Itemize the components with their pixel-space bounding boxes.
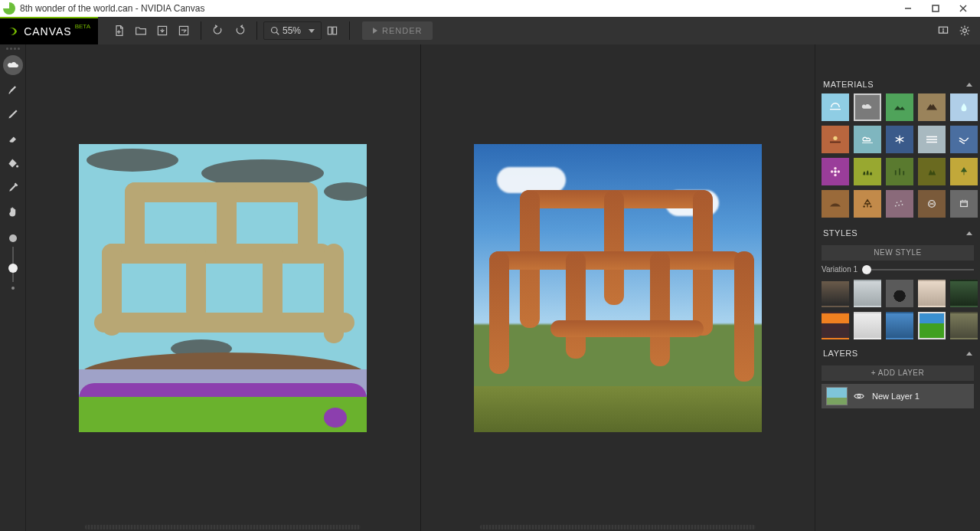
svg-point-27	[900, 201, 902, 202]
river-icon	[957, 134, 971, 145]
window-title: 8th wonder of the world.can - NVIDIA Can…	[20, 3, 894, 14]
cloud-tool-button[interactable]	[3, 55, 23, 75]
fill-tool-button[interactable]	[3, 153, 23, 173]
save-file-button[interactable]	[152, 17, 173, 44]
sky-icon	[828, 102, 842, 113]
svg-point-9	[272, 28, 278, 34]
flower-icon	[828, 166, 842, 177]
material-hill[interactable]	[886, 93, 913, 121]
window-minimize-button[interactable]	[894, 0, 922, 17]
horizontal-scrollbar[interactable]	[85, 525, 361, 529]
zoom-value: 55%	[283, 25, 301, 36]
split-view-button[interactable]	[322, 17, 343, 44]
style-thumb-st3[interactable]	[886, 280, 913, 307]
undo-button[interactable]	[207, 17, 229, 44]
water-icon	[957, 102, 971, 113]
layer-row[interactable]: New Layer 1	[822, 384, 974, 408]
slider-handle[interactable]	[862, 265, 871, 274]
zoom-control[interactable]: 55%	[263, 21, 322, 40]
snow-icon	[893, 134, 906, 145]
brand-box: CANVAS BETA	[0, 17, 98, 44]
settings-button[interactable]	[954, 17, 975, 44]
render-button[interactable]: RENDER	[362, 21, 433, 40]
moss-icon	[925, 166, 939, 177]
material-grass[interactable]	[854, 158, 881, 185]
mountain-icon	[925, 102, 939, 113]
render-pane[interactable]	[421, 44, 815, 531]
material-rock[interactable]	[918, 190, 946, 218]
chevron-up-icon[interactable]	[966, 231, 972, 235]
pan-tool-button[interactable]	[3, 202, 23, 222]
styles-title: STYLES	[823, 228, 858, 238]
app-favicon	[3, 2, 15, 15]
material-sky[interactable]	[822, 93, 849, 121]
material-bush[interactable]	[886, 158, 913, 185]
material-mountain[interactable]	[918, 93, 946, 121]
brush-tool-button[interactable]	[3, 80, 23, 100]
tool-column	[0, 44, 26, 531]
variation-slider[interactable]	[864, 269, 974, 270]
style-thumb-st5[interactable]	[950, 280, 978, 307]
horizontal-scrollbar[interactable]	[480, 525, 756, 529]
style-thumb-st2[interactable]	[854, 280, 881, 307]
material-dirt[interactable]	[822, 190, 849, 218]
material-gravel[interactable]	[886, 190, 913, 218]
svg-point-29	[902, 204, 903, 205]
style-thumb-st9[interactable]	[918, 312, 946, 339]
style-thumb-st7[interactable]	[854, 312, 881, 339]
material-moss[interactable]	[918, 158, 946, 185]
style-thumb-st1[interactable]	[822, 280, 849, 307]
new-file-button[interactable]	[109, 17, 130, 44]
chevron-up-icon[interactable]	[966, 83, 972, 87]
material-cloud[interactable]	[854, 93, 881, 121]
slider-handle[interactable]	[8, 264, 18, 273]
feedback-button[interactable]	[933, 17, 954, 44]
svg-point-30	[895, 205, 897, 207]
style-thumb-st10[interactable]	[950, 312, 978, 339]
cloud-icon	[861, 102, 874, 113]
chevron-up-icon[interactable]	[966, 352, 972, 356]
style-thumb-st4[interactable]	[918, 280, 946, 307]
svg-point-22	[831, 170, 834, 173]
layers-section: LAYERS + ADD LAYER New Layer 1	[815, 344, 980, 408]
svg-point-28	[898, 205, 900, 206]
visibility-toggle[interactable]	[854, 391, 864, 402]
rendered-canvas	[474, 144, 762, 432]
eyedropper-tool-button[interactable]	[3, 178, 23, 198]
layer-thumbnail	[826, 387, 848, 405]
material-sea[interactable]	[854, 126, 881, 153]
brush-size-slider[interactable]	[9, 234, 17, 290]
new-style-button[interactable]: NEW STYLE	[822, 245, 974, 261]
style-thumb-st6[interactable]	[822, 312, 849, 339]
eraser-tool-button[interactable]	[3, 129, 23, 149]
export-button[interactable]	[173, 17, 194, 44]
material-stone[interactable]	[950, 190, 978, 218]
svg-point-25	[870, 205, 872, 208]
material-haze[interactable]	[918, 126, 946, 153]
sea-icon	[861, 134, 874, 145]
size-small-icon	[11, 287, 15, 290]
material-sand[interactable]	[854, 190, 881, 218]
material-river[interactable]	[950, 126, 978, 153]
segmentation-pane[interactable]	[26, 44, 420, 531]
segmentation-canvas[interactable]	[79, 144, 367, 432]
svg-point-17	[16, 165, 18, 167]
redo-button[interactable]	[229, 17, 250, 44]
material-flower[interactable]	[822, 158, 849, 185]
material-fog[interactable]	[822, 126, 849, 153]
window-close-button[interactable]	[949, 0, 977, 17]
tree-icon	[957, 166, 971, 177]
style-thumb-st8[interactable]	[886, 312, 913, 339]
svg-point-20	[834, 167, 837, 170]
window-maximize-button[interactable]	[922, 0, 949, 17]
pencil-tool-button[interactable]	[3, 104, 23, 124]
material-tree[interactable]	[950, 158, 978, 185]
dirt-icon	[828, 198, 842, 209]
svg-point-26	[897, 202, 898, 203]
material-snow[interactable]	[886, 126, 913, 153]
add-layer-button[interactable]: + ADD LAYER	[822, 365, 974, 381]
material-water[interactable]	[950, 93, 978, 121]
open-file-button[interactable]	[130, 17, 152, 44]
hill-icon	[893, 102, 906, 113]
styles-section: STYLES NEW STYLE Variation 1	[815, 224, 980, 344]
